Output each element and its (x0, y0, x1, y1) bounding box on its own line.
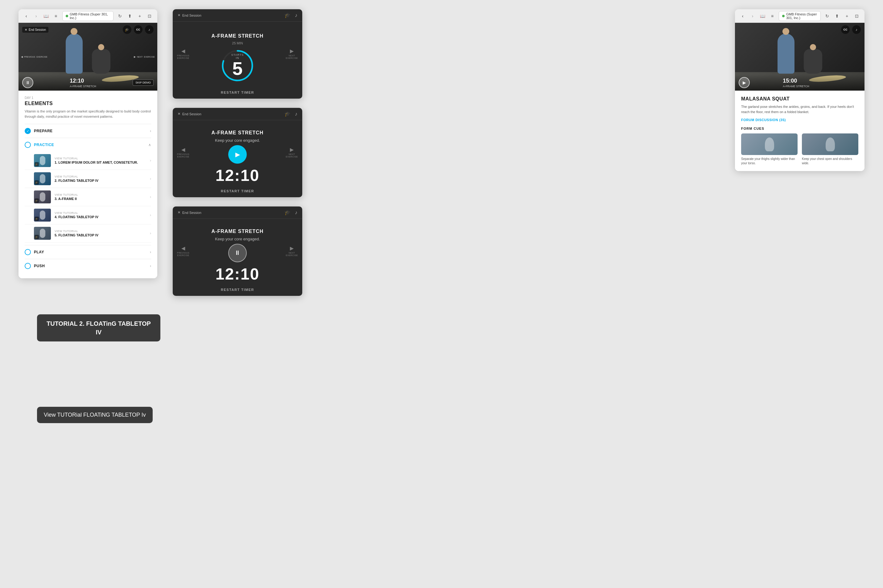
exercise-info-3: VIEW TUTORIAL 3. A-FRAME II (54, 193, 146, 201)
video-area-left: ✕ End Session 🎓 CC ♪ ◀ PREVIOUS EXERCISE… (18, 23, 157, 91)
previous-exercise-left[interactable]: ◀ PREVIOUS EXERCISE (21, 56, 48, 58)
exercise-item-4[interactable]: 🎓 VIEW TUTORIAL 4. FLOATING TABLETOP IV … (25, 206, 151, 224)
previous-exercise-mid[interactable]: ◀ PREVIOUSEXERCISE (177, 147, 190, 158)
form-cues-grid: Separate your thighs slightly wider than… (741, 134, 858, 165)
exercise-name-1: 1. LOREM IPSUM DOLOR SIT AMET, CONSETETU… (54, 160, 146, 164)
restart-timer-button-bot[interactable]: RESTART TIMER (221, 288, 254, 291)
exercise-info-2: VIEW TUTORIAL 2. FLOATING TABLETOP IV (54, 175, 146, 183)
share-icon[interactable]: ⬆ (126, 13, 133, 20)
exercise-thumb-4: 🎓 (34, 208, 51, 222)
countdown-number: 5 (229, 60, 246, 78)
url-bar-left[interactable]: GMB Fitness (Super 301, Inc.) (62, 11, 113, 21)
exercise-name-4: 4. FLOATING TABLETOP IV (54, 215, 146, 219)
volume-icon-bot[interactable]: ♪ (295, 210, 297, 215)
content-area-left: DAY 1 ELEMENTS Vitamin is the only progr… (18, 91, 157, 278)
new-tab-icon-right[interactable]: + (844, 13, 850, 20)
accordion-header-prepare[interactable]: ✓ PREPARE › (25, 124, 151, 138)
accordion-practice: PRACTICE ∧ 🎓 VIE (25, 138, 151, 245)
form-cues-title: FORM CUES (741, 127, 858, 130)
timer-display-mid: 12:10 (215, 166, 260, 184)
view-tutorial-5: VIEW TUTORIAL (54, 230, 146, 232)
close-icon-top: ✕ (178, 13, 181, 17)
play-label: PLAY (34, 250, 44, 254)
play-button-right[interactable]: ▶ (739, 77, 750, 88)
cap-icon-top[interactable]: 🎓 (284, 12, 290, 18)
restart-timer-button-mid[interactable]: RESTART TIMER (221, 189, 254, 193)
exercise-chevron-3: › (150, 195, 151, 199)
form-cue-text-1: Separate your thighs slightly wider than… (741, 157, 797, 165)
menu-icon[interactable]: ≡ (53, 13, 59, 20)
exercise-name-3: 3. A-FRAME II (54, 197, 146, 201)
next-exercise-mid[interactable]: ▶ NEXTEXERCISE (286, 147, 298, 158)
next-exercise-top[interactable]: ▶ NEXTEXERCISE (286, 48, 298, 60)
cap-icon[interactable]: 🎓 (123, 25, 131, 34)
figure-crouching-right (804, 49, 822, 74)
end-session-button-mid[interactable]: ✕ End Session (178, 112, 202, 116)
volume-icon[interactable]: ♪ (145, 25, 153, 34)
thumb-badge-4: 🎓 (35, 217, 39, 221)
bookmarks-icon-right[interactable]: 📖 (759, 13, 766, 20)
forward-button-right[interactable]: › (749, 13, 756, 20)
check-circle-prepare: ✓ (25, 128, 31, 134)
refresh-icon[interactable]: ↻ (117, 13, 123, 20)
accordion-header-push[interactable]: PUSH › (25, 259, 151, 273)
push-label: PUSH (34, 264, 45, 268)
exercise-chevron-4: › (150, 213, 151, 217)
tabs-icon[interactable]: ⊡ (146, 13, 153, 20)
bookmarks-icon[interactable]: 📖 (42, 13, 49, 20)
thumb-badge-1: 🎓 (35, 162, 39, 166)
accordion-header-play[interactable]: PLAY › (25, 245, 151, 259)
back-button[interactable]: ‹ (23, 13, 30, 20)
center-top-content: A-FRAME STRETCH 25 MIN STARTS IN 5 (173, 22, 302, 96)
popup-label-1: TUTORIAL 2. FLOATinG TABLETOP IV (37, 314, 160, 342)
volume-icon-mid[interactable]: ♪ (295, 111, 297, 117)
forward-button[interactable]: › (33, 13, 39, 20)
form-cue-item-2: Keep your chest open and shoulders wide. (802, 134, 858, 165)
video-time-info: 12:10 A-FRAME STRETCH (70, 78, 96, 88)
exercise-item-5[interactable]: 🎓 VIEW TUTORIAL 5. FLOATING TABLETOP IV … (25, 224, 151, 243)
volume-icon-right[interactable]: ♪ (852, 25, 861, 34)
close-icon-mid: ✕ (178, 112, 181, 116)
video-overlay-bottom-right: ▶ 15:00 A-FRAME STRETCH (735, 75, 865, 91)
video-controls-top-right: CC ♪ (841, 25, 861, 34)
play-button-mid[interactable]: ▶ (228, 145, 247, 164)
tabs-icon-right[interactable]: ⊡ (853, 13, 860, 20)
back-button-right[interactable]: ‹ (739, 13, 746, 20)
cc-icon-right[interactable]: CC (841, 25, 850, 34)
restart-timer-button-top[interactable]: RESTART TIMER (221, 91, 254, 94)
cap-icon-bot[interactable]: 🎓 (284, 210, 290, 215)
volume-icon-top[interactable]: ♪ (295, 13, 297, 18)
form-cue-thumb-2 (802, 134, 858, 155)
forum-link[interactable]: FORUM DISCUSSION (35) (741, 118, 858, 122)
new-tab-icon[interactable]: + (136, 13, 143, 20)
pause-button-left[interactable]: ⏸ (22, 77, 33, 88)
exercise-item-1[interactable]: 🎓 VIEW TUTORIAL 1. LOREM IPSUM DOLOR SIT… (25, 152, 151, 170)
close-icon: ✕ (25, 28, 27, 32)
cc-icon[interactable]: CC (134, 25, 143, 34)
previous-exercise-bot[interactable]: ◀ PREVIOUSEXERCISE (177, 245, 190, 257)
exercise-item-3[interactable]: 🎓 VIEW TUTORIAL 3. A-FRAME II › (25, 188, 151, 206)
next-exercise-left[interactable]: ▶ NEXT EXERCISE (134, 56, 155, 58)
url-bar-right[interactable]: GMB Fitness (Super 301, Inc.) (779, 11, 821, 21)
next-exercise-bot[interactable]: ▶ NEXTEXERCISE (286, 245, 298, 257)
video-controls-top: 🎓 CC ♪ (123, 25, 153, 34)
end-session-button-left[interactable]: ✕ End Session (22, 27, 48, 33)
previous-exercise-top[interactable]: ◀ PREVIOUSEXERCISE (177, 48, 190, 60)
exercise-title-bot: A-FRAME STRETCH (212, 229, 264, 234)
accordion-header-practice[interactable]: PRACTICE ∧ (25, 138, 151, 152)
check-circle-play (25, 249, 31, 255)
end-session-button-top[interactable]: ✕ End Session (178, 13, 202, 17)
menu-icon-right[interactable]: ≡ (769, 13, 776, 20)
thumb-badge-5: 🎓 (35, 235, 39, 239)
pause-button-bot[interactable]: ⏸ (228, 244, 247, 262)
refresh-icon-right[interactable]: ↻ (824, 13, 830, 20)
view-tutorial-4: VIEW TUTORIAL (54, 212, 146, 214)
exercise-thumb-3: 🎓 (34, 190, 51, 203)
browser-bar-left: ‹ › 📖 ≡ GMB Fitness (Super 301, Inc.) ↻ … (18, 9, 157, 23)
dark-ctrl-icons-bot: 🎓 ♪ (284, 210, 297, 215)
cap-icon-mid[interactable]: 🎓 (284, 111, 290, 117)
share-icon-right[interactable]: ⬆ (834, 13, 841, 20)
exercise-item-2[interactable]: 🎓 VIEW TUTORIAL 2. FLOATING TABLETOP IV … (25, 170, 151, 188)
skip-demo-button[interactable]: SKIP DEMO (132, 80, 153, 86)
end-session-button-bot[interactable]: ✕ End Session (178, 210, 202, 214)
